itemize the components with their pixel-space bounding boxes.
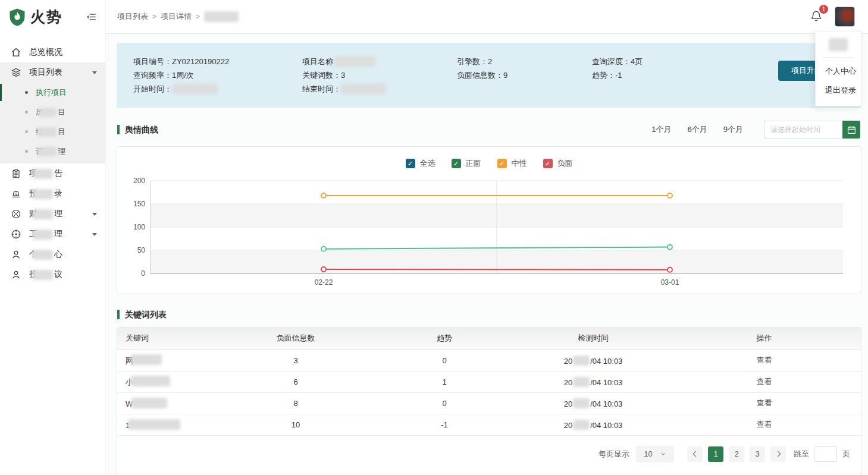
trend-value: -1 [370,414,519,435]
checkbox-checked-icon[interactable]: ✓ [452,159,461,168]
keyword-table-card: 关键词 负面信息数 趋势 检测时间 操作 网 3 0 20/04 10:03 [117,327,861,475]
checkbox-checked-icon[interactable]: ✓ [497,159,507,168]
negative-label: 负面信息数： [457,70,503,81]
keywords-label: 关键词数： [302,70,341,81]
sidebar-item-alerts[interactable]: 预 录 [0,184,105,204]
logo-row: 火势 [0,0,105,34]
chevron-down-icon [92,71,97,74]
blurred-text [33,189,53,199]
sidebar-item-label: 录 [54,188,62,199]
time-prefix: 20 [564,399,572,408]
page-button-1[interactable]: 1 [708,446,723,462]
legend-select-all[interactable]: ✓ 全选 [406,158,435,169]
home-icon [10,47,21,58]
calendar-icon [847,125,857,135]
blurred-text [829,38,848,51]
sidebar-item-suggestions[interactable]: 投 议 [0,265,105,285]
notifications-button[interactable]: 1 [810,10,823,24]
filter-1-month[interactable]: 1个月 [651,124,671,135]
legend-positive[interactable]: ✓ 正面 [452,158,481,169]
view-link[interactable]: 查看 [757,356,772,364]
checkbox-checked-icon[interactable]: ✓ [543,159,553,168]
bullet-icon [25,130,28,133]
brand-shield-icon [8,8,26,27]
table-section-header: 关键词列表 [117,310,860,319]
col-header-keyword: 关键词 [117,328,221,350]
user-dropdown-menu: 个人中心 退出登录 [815,31,861,106]
breadcrumb: 项目列表 > 项目详情 > [117,11,239,22]
sentiment-chart-card: ✓ 全选 ✓ 正面 ✓ 中性 ✓ 负面 05 [117,146,861,294]
per-page-select[interactable]: 10 [636,446,674,463]
sidebar-item-finance[interactable]: 财 理 [0,204,105,224]
legend-negative[interactable]: ✓ 负面 [543,158,573,169]
sidebar-item-profile[interactable]: 个 心 [0,244,105,265]
chart-section-header: 舆情曲线 1个月 6个月 9个月 [117,121,860,139]
time-suffix: /04 10:03 [590,399,622,408]
view-link[interactable]: 查看 [757,377,772,386]
view-link[interactable]: 查看 [757,398,772,407]
trend-value: 1 [370,371,519,392]
project-no-value: ZY02120190222 [172,57,229,66]
menu-item-logout[interactable]: 退出登录 [816,81,861,100]
time-blurred [573,356,590,366]
next-page-button[interactable] [770,446,786,462]
negative-count: 8 [221,392,370,414]
per-page-label: 每页显示 [598,449,629,460]
avatar[interactable] [835,7,855,27]
depth-value: 4页 [631,56,643,67]
start-time-blurred [172,84,217,94]
breadcrumb-project-detail[interactable]: 项目详情 [161,11,192,22]
sidebar: 火势 总览概况 [0,0,106,475]
breadcrumb-separator: > [196,12,200,21]
sidebar-subitem-label: 目 [58,127,65,137]
table-header-row: 关键词 负面信息数 趋势 检测时间 操作 [117,328,861,350]
sidebar-item-report[interactable]: 项 告 [0,163,105,184]
project-name-blurred [334,56,376,67]
info-col-3: 引擎数：2 负面信息数：9 [457,55,592,96]
trend-value: 0 [370,392,519,414]
circle-x-icon [10,209,21,220]
layers-icon [10,67,21,78]
keyword-blurred [131,354,162,365]
negative-count: 3 [221,350,370,371]
blurred-text [39,108,57,117]
table-row: W 8 0 20/04 10:03 查看 [117,392,861,414]
prev-page-button[interactable] [687,446,703,462]
topbar-right: 1 [810,7,855,27]
sidebar-item-label: 告 [54,168,62,179]
jump-page-input[interactable] [814,446,837,462]
sidebar-item-workorder[interactable]: 工 理 [0,224,105,244]
start-date-input[interactable] [764,121,842,139]
pagination: 每页显示 10 1 2 3 跳至 页 [117,436,861,475]
time-suffix: /04 10:03 [590,378,622,387]
sidebar-subitem-blurred-3[interactable]: 评 理 [0,141,105,161]
svg-text:03-01: 03-01 [661,278,679,287]
legend-neutral[interactable]: ✓ 中性 [497,158,527,169]
page-button-2[interactable]: 2 [729,446,744,462]
col-header-time: 检测时间 [519,328,668,350]
menu-item-profile-center[interactable]: 个人中心 [816,62,861,81]
sidebar-item-overview[interactable]: 总览概况 [0,42,105,62]
calendar-button[interactable] [842,121,860,139]
negative-count: 10 [221,414,370,435]
page-button-3[interactable]: 3 [750,446,765,462]
table-row: 网 3 0 20/04 10:03 查看 [117,350,861,371]
filter-9-month[interactable]: 9个月 [723,124,743,135]
sidebar-item-project-list[interactable]: 项目列表 [0,62,105,83]
col-header-trend: 趋势 [370,328,519,350]
blurred-text [33,270,53,280]
sidebar-subitem-blurred-1[interactable]: 历 目 [0,102,105,122]
keyword-blurred [131,376,170,386]
table-row: 1 10 -1 20/04 10:03 查看 [117,414,861,435]
sidebar-subitem-executing[interactable]: 执行项目 [0,83,105,102]
project-no-label: 项目编号： [133,56,172,67]
checkbox-checked-icon[interactable]: ✓ [406,159,415,168]
breadcrumb-project-list[interactable]: 项目列表 [117,11,148,22]
sidebar-subitem-blurred-2[interactable]: 结 目 [0,122,105,141]
user-icon [10,249,21,260]
chevron-down-icon [92,233,97,236]
legend-label: 正面 [466,158,481,169]
sidebar-collapse-icon[interactable] [86,11,97,23]
view-link[interactable]: 查看 [757,420,772,429]
filter-6-month[interactable]: 6个月 [688,124,707,135]
